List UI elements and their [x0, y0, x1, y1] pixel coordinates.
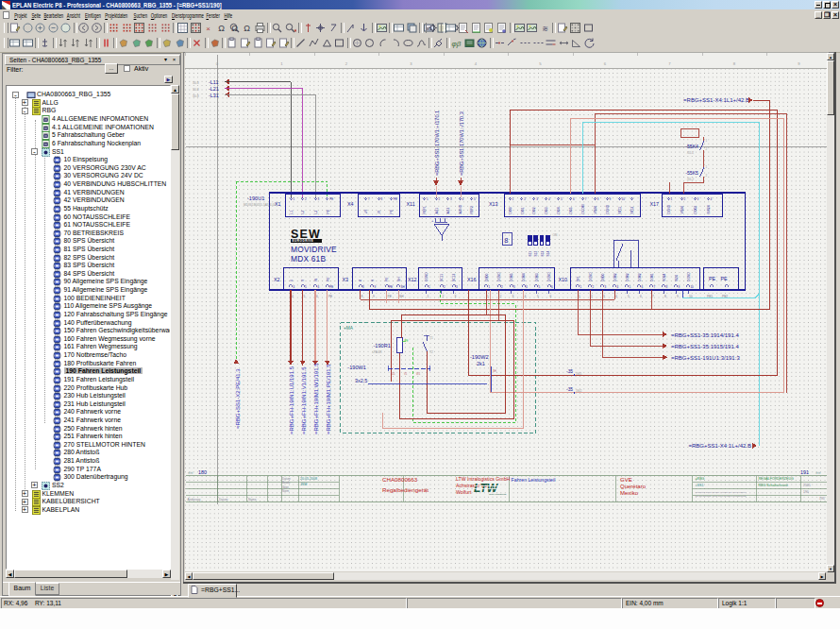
svg-text:=RBG+SS1-191U1:3/191:3: =RBG+SS1-191U1:3/191:3 — [671, 355, 740, 361]
svg-text:»»: »» — [815, 469, 821, 475]
svg-text:5: 5 — [304, 295, 306, 298]
svg-text:DCOM: DCOM — [581, 204, 585, 213]
svg-text:10: 10 — [622, 197, 626, 201]
svg-text:DO04: DO04 — [522, 273, 526, 281]
svg-text:SH: SH — [399, 295, 404, 298]
svg-text:PE: PE — [328, 295, 332, 298]
svg-text:1902: 1902 — [576, 389, 582, 393]
svg-text:SH: SH — [397, 277, 401, 281]
svg-text:X17: X17 — [650, 201, 660, 207]
svg-text:-190R1: -190R1 — [374, 343, 391, 348]
svg-text:T2: T2 — [429, 350, 433, 354]
svg-text:AI12: AI12 — [446, 208, 450, 214]
svg-text:AGND: AGND — [459, 204, 462, 213]
svg-text:Datum: Datum — [282, 477, 291, 481]
svg-text:DB00: DB00 — [601, 274, 605, 281]
svg-text:=RBG+FH-19IN1:V1/191.5: =RBG+FH-19IN1:V1/191.5 — [301, 366, 307, 434]
svg-text:=RBG: =RBG — [696, 477, 705, 481]
svg-text:★: ★ — [294, 27, 296, 33]
svg-text:=RBG+SS1-170W1:+/170.1: =RBG+SS1-170W1:+/170.1 — [434, 110, 440, 176]
svg-text:2565: 2565 — [803, 484, 811, 487]
svg-text:DI04: DI04 — [557, 207, 561, 213]
svg-text:X16: X16 — [467, 277, 477, 282]
svg-text:W1: W1 — [416, 372, 421, 376]
svg-text:Norm: Norm — [282, 489, 290, 493]
svg-text:DI02: DI02 — [532, 207, 536, 213]
svg-text:20.05.2008: 20.05.2008 — [300, 477, 317, 481]
svg-text:DI00: DI00 — [509, 207, 512, 213]
svg-text:««: «« — [188, 469, 193, 475]
svg-text:X12: X12 — [408, 277, 417, 282]
svg-text:PE: PE — [389, 285, 393, 289]
svg-text:30.8: 30.8 — [193, 94, 199, 98]
svg-text:10: 10 — [690, 285, 694, 289]
svg-text:8: 8 — [359, 280, 362, 281]
svg-text:DGND: DGND — [687, 272, 691, 281]
svg-text:DGND: DGND — [547, 272, 551, 281]
svg-text:/55.2: /55.2 — [687, 178, 694, 181]
svg-text:RBG Schaltschrank: RBG Schaltschrank — [759, 484, 789, 487]
svg-text:Fahren Leistungsteil: Fahren Leistungsteil — [512, 477, 556, 483]
svg-text:DGND: DGND — [606, 204, 610, 213]
svg-text:-190W2: -190W2 — [470, 354, 489, 360]
svg-text:Änderung: Änderung — [188, 498, 201, 502]
svg-text:Querétaro: Querétaro — [620, 484, 647, 489]
svg-text:4: 4 — [615, 295, 617, 298]
svg-text:SC12: SC12 — [452, 274, 456, 281]
svg-text:+R: +R — [364, 210, 368, 214]
svg-text:DGND: DGND — [667, 204, 671, 213]
svg-text:-35: -35 — [566, 387, 573, 392]
svg-text:ST12: ST12 — [630, 206, 634, 213]
svg-text:3x2,5: 3x2,5 — [355, 378, 367, 383]
svg-text:≋: ≋ — [542, 25, 548, 33]
svg-text:9: 9 — [371, 280, 375, 281]
svg-text:X13: X13 — [489, 201, 498, 207]
svg-text:DB00: DB00 — [485, 274, 489, 281]
svg-text:×: × — [207, 25, 211, 33]
svg-text:4: 4 — [292, 295, 294, 298]
svg-text:+PA 6R: +PA 6R — [372, 350, 382, 354]
svg-text:S14: S14 — [546, 251, 550, 257]
svg-text:EURODRIVE: EURODRIVE — [293, 239, 314, 243]
svg-text:Mexiko: Mexiko — [620, 490, 639, 496]
svg-text:=RBG+FH-19IN1:U1/191.5: =RBG+FH-19IN1:U1/191.5 — [289, 366, 294, 434]
svg-text:190: 190 — [803, 490, 809, 494]
svg-text:S12: S12 — [534, 251, 538, 257]
svg-text:VO24: VO24 — [663, 273, 666, 281]
svg-text:DO05: DO05 — [510, 273, 513, 281]
svg-text:Ω: Ω — [218, 24, 225, 33]
svg-text:L1: L1 — [290, 211, 294, 214]
svg-text:U1: U1 — [392, 372, 395, 376]
svg-text:9: 9 — [373, 295, 375, 298]
svg-text:=RBG+FH+19IM1:W1/191.5: =RBG+FH+19IM1:W1/191.5 — [313, 363, 319, 434]
svg-text:PE: PE — [709, 276, 716, 281]
svg-text:191: 191 — [800, 469, 809, 475]
svg-text:1: 1 — [487, 295, 489, 298]
svg-text:Ω: Ω — [231, 24, 238, 33]
svg-text:SVI24: SVI24 — [707, 205, 711, 213]
svg-text:X4: X4 — [347, 201, 354, 207]
svg-text:=RBG+SS1-X4:1L+/42.B: =RBG+SS1-X4:1L+/42.B — [688, 443, 751, 449]
svg-text:PE: PE — [329, 285, 333, 289]
svg-text:PE: PE — [388, 295, 392, 298]
svg-text:DI03: DI03 — [545, 207, 548, 213]
svg-text:Ω: Ω — [244, 24, 250, 33]
svg-text:6: 6 — [550, 295, 552, 298]
svg-text:REF1: REF1 — [423, 206, 427, 214]
svg-text:TF1: TF1 — [577, 276, 580, 281]
svg-text:=RBG+SS1-X4:1L1+/42.B: =RBG+SS1-X4:1L1+/42.B — [683, 97, 749, 103]
svg-text:als auf geprüfte nach allen Re: als auf geprüfte nach allen Rechten bean… — [696, 495, 747, 498]
svg-text:GVE: GVE — [620, 477, 632, 483]
svg-text:+MA: +MA — [344, 326, 354, 331]
svg-text:SC11: SC11 — [440, 274, 444, 281]
svg-text:-55K4: -55K4 — [685, 144, 698, 149]
svg-text:-190U1: -190U1 — [247, 196, 264, 201]
svg-text:DGND: DGND — [589, 272, 593, 281]
svg-text:-35: -35 — [566, 369, 573, 374]
svg-text:Name: Name — [248, 498, 257, 502]
svg-text:X11: X11 — [407, 201, 415, 207]
svg-text:Regalbediengerät: Regalbediengerät — [382, 486, 428, 493]
svg-text:S11: S11 — [529, 251, 532, 257]
svg-text:-L21: -L21 — [209, 86, 219, 92]
svg-text:+SS1: +SS1 — [696, 484, 704, 487]
